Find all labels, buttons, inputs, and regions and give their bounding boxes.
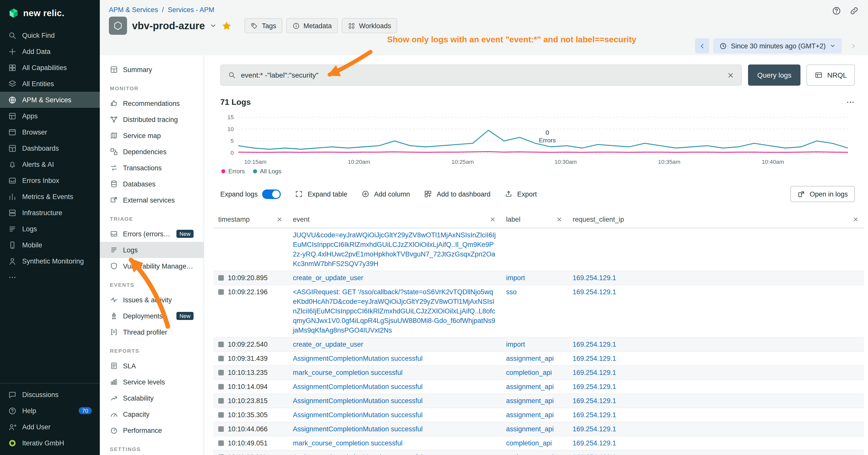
subnav-item-distributed-tracing[interactable]: Distributed tracing [100,111,204,128]
subnav-item-performance[interactable]: Performance [100,422,204,438]
legend-errors[interactable]: Errors [221,168,245,175]
sidebar-item-browser[interactable]: Browser [0,124,100,140]
subnav-item-vulnerability-management[interactable]: Vulnerability Management [100,258,204,274]
row-select-checkbox[interactable] [218,441,224,446]
legend-all-logs[interactable]: All Logs [253,168,281,175]
open-in-logs-button[interactable]: Open in logs [790,186,855,202]
row-select-checkbox[interactable] [218,426,224,432]
log-search-bar[interactable]: event:* -"label":"security" [220,65,742,86]
metadata-button[interactable]: Metadata [286,18,338,33]
log-ip-link[interactable]: 169.254.129.1 [567,394,864,408]
subnav-item-service-map[interactable]: Service map [100,128,204,143]
log-ip-link[interactable]: 169.254.129.1 [567,422,864,436]
sidebar-item-add-data[interactable]: Add Data [0,43,100,60]
log-event-link[interactable]: JUQVU&code=eyJraWQiOiJjcGltY29yZV8wOTl1M… [288,228,501,270]
subnav-item-sla[interactable]: SLA [100,358,204,374]
row-select-checkbox[interactable] [218,412,224,418]
column-header-timestamp[interactable]: timestamp [213,211,288,228]
sidebar-item-mobile[interactable]: Mobile [0,237,100,253]
subnav-item-summary[interactable]: Summary [100,62,204,77]
time-picker[interactable]: Since 30 minutes ago (GMT+2) [713,38,842,54]
log-label-link[interactable]: assignment_api [501,380,567,393]
sidebar-item-add-user[interactable]: Add User [0,419,100,435]
column-header-request-client-ip[interactable]: request_client_ip [567,211,864,228]
subnav-item-transactions[interactable]: Transactions [100,160,204,176]
subnav-item-logs[interactable]: Logs [100,242,204,258]
log-ip-link[interactable]: 169.254.129.1 [567,408,864,422]
entity-dropdown-chevron-icon[interactable] [210,22,217,29]
sidebar-item-apm-services[interactable]: APM & Services [0,92,100,108]
log-ip-link[interactable]: 169.254.129.1 [567,366,864,380]
new-relic-logo[interactable]: new relic. [0,0,100,26]
log-event-link[interactable]: AssignmentCompletionMutation successful [288,352,501,365]
log-event-link[interactable]: create_or_update_user [288,271,501,285]
log-table-row[interactable]: 10:09:20.895 create_or_update_user impor… [213,271,864,285]
subnav-item-service-levels[interactable]: Service levels [100,374,204,390]
add-to-dashboard-button[interactable]: Add to dashboard [424,190,491,198]
sidebar-item-discussions[interactable]: Discussions [0,387,100,402]
row-select-checkbox[interactable] [218,370,224,376]
copy-link-icon[interactable] [849,6,859,15]
row-select-checkbox[interactable] [218,398,224,403]
log-label-link[interactable]: sso [501,285,567,299]
expand-logs-toggle[interactable]: Expand logs [220,189,281,199]
log-ip-link[interactable]: 169.254.129.1 [567,352,864,365]
remove-column-icon[interactable] [490,216,496,223]
favorite-star-icon[interactable] [222,21,231,31]
subnav-item-issues-activity[interactable]: Issues & activity [100,292,204,308]
sidebar-item-iterativ-gmbh[interactable]: Iterativ GmbH [0,435,100,451]
sidebar-item-metrics-events[interactable]: Metrics & Events [0,189,100,204]
log-table-row[interactable]: 10:09:22.540 create_or_update_user impor… [213,337,864,352]
log-label-link[interactable] [501,228,567,232]
clear-query-icon[interactable] [727,71,735,79]
export-button[interactable]: Export [504,190,537,198]
log-table-row[interactable]: 10:10:13.235 mark_course_completion succ… [213,366,864,380]
log-event-link[interactable]: mark_course_completion successful [288,366,501,380]
log-ip-link[interactable]: 169.254.129.1 [567,380,864,393]
subnav-item-capacity[interactable]: Capacity [100,406,204,422]
query-logs-button[interactable]: Query logs [748,65,801,86]
toggle-switch-on[interactable] [262,189,281,199]
log-label-link[interactable]: completion_api [501,366,567,380]
breadcrumb-apm-services[interactable]: APM & Services [109,6,158,13]
log-ip-link[interactable]: 169.254.129.1 [567,337,864,351]
row-select-checkbox[interactable] [218,342,224,347]
subnav-item-errors-errors-inb[interactable]: Errors (errors inb... New [100,226,204,242]
help-circle-icon[interactable] [832,6,841,15]
row-select-checkbox[interactable] [218,289,224,295]
sidebar-item-alerts-ai[interactable]: Alerts & AI [0,156,100,172]
subnav-item-recommendations[interactable]: Recommendations [100,95,204,111]
subnav-item-deployments[interactable]: Deployments New [100,308,204,324]
log-event-link[interactable]: AssignmentCompletionMutation successful [288,451,501,455]
subnav-item-external-services[interactable]: External services [100,192,204,208]
log-table-row[interactable]: 10:10:14.094 AssignmentCompletionMutatio… [213,380,864,394]
row-select-checkbox[interactable] [218,384,224,390]
nrql-button[interactable]: NRQL [806,65,855,86]
log-label-link[interactable]: assignment_api [501,451,567,455]
log-table-row[interactable]: 10:10:44.066 AssignmentCompletionMutatio… [213,422,864,436]
column-header-label[interactable]: label [501,211,567,228]
log-query-text[interactable]: event:* -"label":"security" [241,71,722,79]
time-back-button[interactable] [695,38,709,54]
log-label-link[interactable]: assignment_api [501,352,567,365]
time-forward-button[interactable] [846,38,860,54]
sidebar-item-help[interactable]: Help 70 [0,402,100,419]
subnav-item-dependencies[interactable]: Dependencies [100,143,204,160]
log-table-row[interactable]: 10:10:35.305 AssignmentCompletionMutatio… [213,408,864,422]
add-column-button[interactable]: Add column [362,190,410,198]
sidebar-item-more[interactable] [0,269,100,285]
log-table-row[interactable]: 10:11:00.311 AssignmentCompletionMutatio… [213,451,864,455]
sidebar-item-logs[interactable]: Logs [0,221,100,237]
row-select-checkbox[interactable] [218,275,224,281]
remove-column-icon[interactable] [276,216,283,223]
sidebar-item-synthetic-monitoring[interactable]: Synthetic Monitoring [0,253,100,269]
sidebar-item-errors-inbox[interactable]: Errors Inbox [0,172,100,189]
remove-column-icon[interactable] [852,216,859,223]
log-ip-link[interactable]: 169.254.129.1 [567,271,864,285]
sidebar-item-all-capabilities[interactable]: All Capabilities [0,60,100,75]
log-label-link[interactable]: import [501,337,567,351]
log-table-row[interactable]: 10:10:49.051 mark_course_completion succ… [213,436,864,451]
log-label-link[interactable]: assignment_api [501,394,567,408]
row-select-checkbox[interactable] [218,356,224,361]
log-table-row[interactable]: 10:09:22.196 <ASGIRequest: GET '/sso/cal… [213,285,864,337]
